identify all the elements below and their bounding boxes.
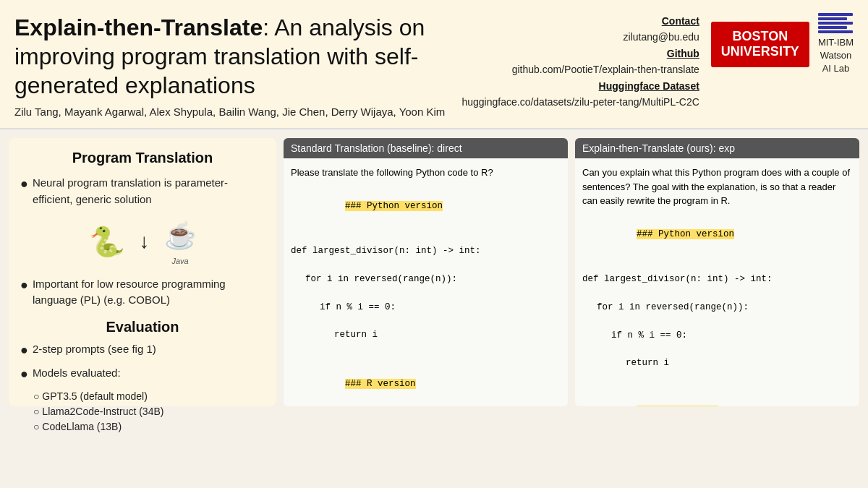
evaluation-section: Evaluation ● 2-step prompts (see fig 1) … <box>20 319 265 435</box>
explain-panel: Explain-then-Translate (ours): exp Can y… <box>575 138 859 406</box>
explain-explanation-label-highlight: ### Explanation <box>637 406 718 406</box>
icons-row: 🐍 ↓ ☕ Java <box>20 216 265 267</box>
baseline-python-code: def largest_divisor(n: int) -> int: for … <box>291 231 561 356</box>
eval-bullets: ● 2-step prompts (see fig 1) ● Models ev… <box>20 341 265 435</box>
eval-bullet-2: ● Models evaluated: <box>20 365 265 383</box>
explain-python-label-highlight: ### Python version <box>637 229 734 239</box>
header-right: Contact zilutang@bu.edu Github github.co… <box>461 13 854 110</box>
java-icon-wrap: ☕ Java <box>164 216 197 267</box>
title-bold-part: Explain-then-Translate <box>14 14 263 40</box>
evaluation-title: Evaluation <box>20 319 265 335</box>
ibm-lines <box>818 13 853 33</box>
explain-prompt-text: Can you explain what this Python program… <box>582 166 852 208</box>
eval-dot-1: ● <box>20 341 28 359</box>
paper-title: Explain-then-Translate: An analysis on i… <box>14 13 461 100</box>
arrow-down-icon: ↓ <box>140 226 150 257</box>
eval-dot-2: ● <box>20 365 28 383</box>
ibm-line-4 <box>818 26 847 29</box>
baseline-panel-header: Standard Translation (baseline): direct <box>284 138 568 158</box>
left-panel: Program Translation ● Neural program tra… <box>9 138 276 406</box>
eval-bullet-1: ● 2-step prompts (see fig 1) <box>20 341 265 359</box>
baseline-python-label-highlight: ### Python version <box>345 201 443 211</box>
logo-area: BOSTON UNIVERSITY MIT-IBMWatsonAI Lab <box>711 13 854 76</box>
program-translation-bullets: ● Neural program translation is paramete… <box>20 175 265 309</box>
explain-python-code: def largest_divisor(n: int) -> int: for … <box>582 259 852 385</box>
bu-logo: BOSTON UNIVERSITY <box>711 22 809 67</box>
ibm-label: MIT-IBMWatsonAI Lab <box>818 36 854 76</box>
contact-block: Contact zilutang@bu.edu Github github.co… <box>461 13 699 110</box>
bullet-item-1: ● Neural program translation is paramete… <box>20 175 265 207</box>
bu-logo-line2: UNIVERSITY <box>721 44 799 60</box>
explain-panel-body: Can you explain what this Python program… <box>575 158 859 406</box>
main-content: Program Translation ● Neural program tra… <box>0 129 868 415</box>
explain-panel-header: Explain-then-Translate (ours): exp <box>575 138 859 158</box>
eval-sub-1: ○ GPT3.5 (default model) <box>33 389 265 404</box>
contact-email: zilutang@bu.edu <box>624 31 699 43</box>
ibm-line-3 <box>818 22 853 25</box>
bullet-text-1: Neural program translation is parameter-… <box>33 175 265 207</box>
ibm-logo: MIT-IBMWatsonAI Lab <box>818 13 854 76</box>
eval-sub-2: ○ Llama2Code-Instruct (34B) <box>33 404 265 419</box>
header-left: Explain-then-Translate: An analysis on i… <box>14 13 461 118</box>
baseline-python-version-label: ### Python version <box>291 186 561 228</box>
explain-explanation-label: ### Explanation <box>582 390 852 406</box>
baseline-panel-body: Please translate the following Python co… <box>284 158 568 406</box>
baseline-prompt-text: Please translate the following Python co… <box>291 166 561 180</box>
ibm-line-1 <box>818 13 853 16</box>
eval-text-1: 2-step prompts (see fig 1) <box>33 341 156 358</box>
hf-url: huggingface.co/datasets/zilu-peter-tang/… <box>461 96 699 108</box>
baseline-r-version-label: ### R version <box>291 364 561 406</box>
header: Explain-then-Translate: An analysis on i… <box>0 0 868 129</box>
hf-label: Huggingface Dataset <box>461 78 699 94</box>
python-icon: 🐍 <box>89 220 125 263</box>
github-url: github.com/PootieT/explain-then-translat… <box>512 64 699 75</box>
bullet-dot-1: ● <box>20 175 28 193</box>
ibm-line-5 <box>818 30 853 33</box>
explain-python-version-label: ### Python version <box>582 214 852 256</box>
eval-text-2: Models evaluated: <box>33 365 121 382</box>
java-label: Java <box>171 255 188 267</box>
contact-label: Contact <box>461 13 699 29</box>
eval-sub-bullets: ○ GPT3.5 (default model) ○ Llama2Code-In… <box>33 389 265 435</box>
github-label: Github <box>461 46 699 61</box>
program-translation-title: Program Translation <box>20 150 265 166</box>
authors-list: Zilu Tang, Mayank Agarwal, Alex Shypula,… <box>14 106 461 118</box>
java-icon: ☕ <box>164 216 197 255</box>
bu-logo-line1: BOSTON <box>721 29 799 45</box>
right-panels: Standard Translation (baseline): direct … <box>284 138 859 406</box>
baseline-panel: Standard Translation (baseline): direct … <box>284 138 568 406</box>
eval-sub-3: ○ CodeLlama (13B) <box>33 419 265 435</box>
baseline-r-label-highlight: ### R version <box>345 379 416 389</box>
bullet-dot-2: ● <box>20 276 28 294</box>
bullet-text-2: Important for low resource programming l… <box>33 276 265 309</box>
ibm-line-2 <box>818 17 847 20</box>
bullet-item-2: ● Important for low resource programming… <box>20 276 265 309</box>
